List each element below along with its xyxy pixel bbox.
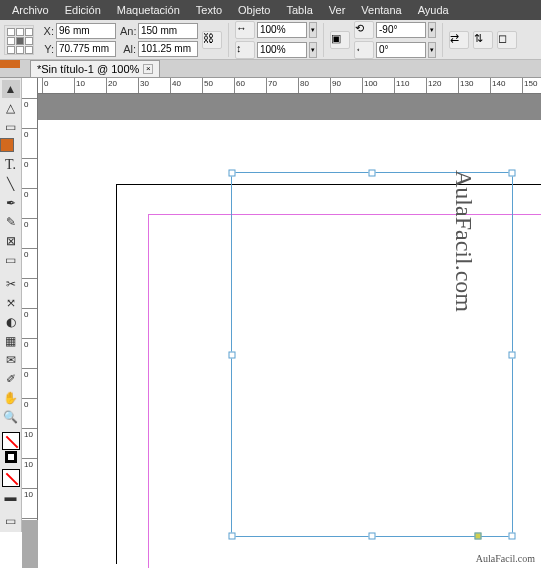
rectangle-frame-tool-icon[interactable]: ⊠ (2, 232, 20, 250)
rotation-input[interactable] (376, 22, 426, 38)
menu-ver[interactable]: Ver (321, 4, 354, 16)
menu-ayuda[interactable]: Ayuda (410, 4, 457, 16)
dropdown-icon[interactable]: ▾ (309, 42, 317, 58)
x-label: X: (38, 25, 54, 37)
default-fill-icon[interactable]: ▬ (2, 488, 20, 506)
menu-archivo[interactable]: Archivo (4, 4, 57, 16)
y-input[interactable] (56, 41, 116, 57)
y-label: Y: (38, 43, 54, 55)
vertical-ruler: 000000000001010101010 (22, 78, 38, 548)
dropdown-icon[interactable]: ▾ (309, 22, 317, 38)
scissors-tool-icon[interactable]: ✂ (2, 275, 20, 293)
dropdown-icon[interactable]: ▾ (428, 22, 436, 38)
watermark: AulaFacil.com (450, 170, 477, 312)
dropdown-icon[interactable]: ▾ (428, 42, 436, 58)
shear-input[interactable] (376, 42, 426, 58)
pen-tool-icon[interactable]: ✒ (2, 194, 20, 212)
reference-point-icon[interactable] (4, 25, 34, 55)
direct-selection-tool-icon[interactable]: △ (2, 99, 20, 117)
hand-tool-icon[interactable]: ✋ (2, 389, 20, 407)
resize-handle-n[interactable] (369, 170, 376, 177)
ruler-origin (22, 520, 38, 568)
zoom-tool-icon[interactable]: 🔍 (2, 408, 20, 426)
horizontal-ruler: 0102030405060708090100110120130140150 (38, 78, 541, 94)
resize-handle-w[interactable] (229, 351, 236, 358)
pasteboard (38, 94, 541, 120)
type-tool-icon[interactable]: T. (2, 156, 20, 174)
footer-credit: AulaFacil.com (476, 553, 535, 564)
flip-h-icon[interactable]: ⇄ (449, 31, 469, 49)
stroke-icon[interactable] (5, 451, 17, 463)
tool-panel: ▲ △ ▭ ↔ T. ╲ ✒ ✎ ⊠ ▭ ✂ ⤧ ◐ ▦ ✉ ✐ ✋ 🔍 ▬ ▭ (0, 78, 22, 532)
menu-ventana[interactable]: Ventana (353, 4, 409, 16)
panel-handle-icon[interactable] (0, 60, 20, 68)
select-container-icon[interactable]: ◻ (497, 31, 517, 49)
resize-handle-se[interactable] (509, 533, 516, 540)
resize-handle-sw[interactable] (229, 533, 236, 540)
h-label: Al: (120, 43, 136, 55)
selection-tool-icon[interactable]: ▲ (2, 80, 20, 98)
link-icon[interactable]: ⛓ (202, 31, 222, 49)
flip-v-icon[interactable]: ⇅ (473, 31, 493, 49)
menu-objeto[interactable]: Objeto (230, 4, 278, 16)
h-input[interactable] (138, 41, 198, 57)
eyedropper-tool-icon[interactable]: ✐ (2, 370, 20, 388)
rotate-icon: ⟲ (354, 21, 374, 39)
gradient-swatch-tool-icon[interactable]: ◐ (2, 313, 20, 331)
free-transform-tool-icon[interactable]: ⤧ (2, 294, 20, 312)
resize-handle-ne[interactable] (509, 170, 516, 177)
document-tab[interactable]: *Sin título-1 @ 100% × (30, 60, 160, 77)
gradient-feather-tool-icon[interactable]: ▦ (2, 332, 20, 350)
scale-y-input[interactable] (257, 42, 307, 58)
canvas-area[interactable] (38, 94, 541, 548)
color-swatch-icon[interactable] (0, 138, 14, 152)
rectangle-tool-icon[interactable]: ▭ (2, 251, 20, 269)
scale-x-input[interactable] (257, 22, 307, 38)
menu-edicion[interactable]: Edición (57, 4, 109, 16)
w-input[interactable] (138, 23, 198, 39)
document-tab-bar: *Sin título-1 @ 100% × (0, 60, 541, 78)
fill-none-icon[interactable] (2, 432, 20, 450)
resize-handle-e[interactable] (509, 351, 516, 358)
menu-texto[interactable]: Texto (188, 4, 230, 16)
view-mode-icon[interactable]: ▭ (2, 512, 20, 530)
x-input[interactable] (56, 23, 116, 39)
shear-icon: ⬫ (354, 41, 374, 59)
resize-handle-s[interactable] (369, 533, 376, 540)
scale-x-icon: ↔ (235, 21, 255, 39)
container-icon[interactable]: ▣ (330, 31, 350, 49)
note-tool-icon[interactable]: ✉ (2, 351, 20, 369)
menu-tabla[interactable]: Tabla (278, 4, 320, 16)
menu-maquetacion[interactable]: Maquetación (109, 4, 188, 16)
pencil-tool-icon[interactable]: ✎ (2, 213, 20, 231)
resize-handle-anchor[interactable] (475, 533, 482, 540)
tab-title: *Sin título-1 @ 100% (37, 63, 139, 75)
control-bar: X: Y: An: Al: ⛓ ↔▾ ↕▾ ▣ ⟲▾ ⬫▾ ⇄ ⇅ ◻ (0, 20, 541, 60)
line-tool-icon[interactable]: ╲ (2, 175, 20, 193)
page-tool-icon[interactable]: ▭ (2, 118, 20, 136)
close-icon[interactable]: × (143, 64, 153, 74)
apply-none-icon[interactable] (2, 469, 20, 487)
scale-y-icon: ↕ (235, 41, 255, 59)
menu-bar: Archivo Edición Maquetación Texto Objeto… (0, 0, 541, 20)
resize-handle-nw[interactable] (229, 170, 236, 177)
w-label: An: (120, 25, 136, 37)
